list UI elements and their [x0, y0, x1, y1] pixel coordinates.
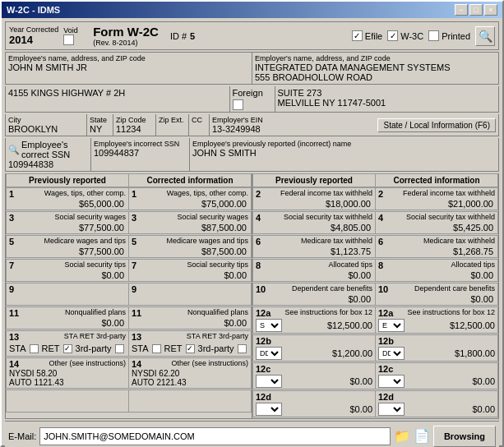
right-data-row: 8 Allocated tips$0.008 Allocated tips$0.…	[252, 259, 498, 283]
w3c-checkbox[interactable]: ✓	[387, 30, 398, 41]
form-header: Year Corrected 2014 Void Form W-2C (Rev.…	[5, 21, 499, 50]
employer-address3: MELVILLE NY 11747-5001	[278, 98, 497, 108]
right-data-row: 12b DD$1,200.0012b DD$1,800.00	[252, 334, 498, 362]
correct-ssn-box: 🔍 Employee's correct SSN 109944838	[5, 138, 91, 172]
close-button[interactable]: ×	[484, 4, 497, 16]
employer-address1: 555 BROADHOLLOW ROAD	[255, 72, 496, 82]
right-data-row: 12c $0.0012c $0.00	[252, 362, 498, 390]
grid-cell: 12d $0.00	[252, 390, 376, 417]
ein-box: Employer's EIN 13-3249948 State / Local …	[210, 114, 499, 136]
grid-cell: 14 Other (see instructions)NYSDI 58.20AU…	[6, 357, 129, 389]
grid-cell: 2 Federal income tax withheld$18,000.00	[252, 187, 376, 210]
foreign-label: Foreign	[233, 88, 272, 98]
grid-cell: 8 Allocated tips$0.00	[252, 259, 376, 282]
grid-cell: 6 Medicare tax withheld$1,268.75	[376, 235, 498, 258]
employer-section-label: Employer's name, address, and ZIP code	[255, 54, 496, 62]
city-ein-row: City BROOKLYN State NY Zip Code 11234 Zi…	[5, 114, 499, 136]
grid-cell: 3 Social security wages$77,500.00	[6, 211, 129, 234]
cc-box: CC	[189, 114, 210, 136]
prev-name-label: Employee's previously reported (incorrec…	[192, 140, 496, 148]
grid-cell: 12b DD$1,200.00	[252, 334, 376, 362]
search-button[interactable]: 🔍	[475, 26, 495, 46]
zipext-label: Zip Ext.	[159, 116, 186, 124]
right-data-row: 2 Federal income tax withheld$18,000.002…	[252, 187, 498, 211]
left-data-row: 5 Medicare wages and tips$77,500.005 Med…	[6, 235, 252, 259]
void-label: Void	[63, 26, 88, 35]
w3c-cb-item: ✓ W-3C	[387, 30, 423, 41]
search-icon: 🔍	[479, 30, 492, 43]
document-icon[interactable]: 📄	[414, 428, 430, 444]
left-data-row: 14 Other (see instructions)NYSDI 58.20AU…	[6, 357, 252, 389]
content-area: Year Corrected 2014 Void Form W-2C (Rev.…	[2, 18, 502, 447]
state-local-button[interactable]: State / Local Information (F6)	[377, 118, 496, 132]
id-value: 5	[190, 31, 195, 41]
year-label: Year Corrected	[9, 25, 58, 34]
right-data-rows: 2 Federal income tax withheld$18,000.002…	[252, 187, 498, 418]
right-data-row: 12d $0.0012d $0.00	[252, 390, 498, 418]
right-data-row: 10 Dependent care benefits$0.0010 Depend…	[252, 283, 498, 306]
grid-cell: 1 Wages, tips, other comp.$75,000.00	[129, 187, 252, 210]
correct-ssn-value: 109944838	[8, 159, 88, 169]
year-section: Year Corrected 2014	[9, 25, 58, 47]
grid-cell: 5 Medicare wages and tips$87,500.00	[129, 235, 252, 258]
email-input[interactable]	[39, 427, 391, 445]
cc-label: CC	[192, 116, 206, 124]
grid-cell: 13 STA RET 3rd-partySTARET✓3rd-party	[6, 330, 129, 357]
window-title: W-2C - IDMS	[7, 5, 60, 15]
w3c-label: W-3C	[400, 31, 423, 41]
address-foreign-row: 4155 KINGS HIGHWAY # 2H Foreign SUITE 27…	[5, 86, 499, 113]
efile-checkbox[interactable]: ✓	[352, 30, 363, 41]
void-checkbox[interactable]	[63, 35, 74, 45]
right-data-row: 12a See instructions for box 12S$12,500.…	[252, 306, 498, 334]
efile-label: Efile	[365, 31, 382, 41]
employer-address2-section: SUITE 273 MELVILLE NY 11747-5001	[275, 86, 500, 113]
left-data-rows: 1 Wages, tips, other comp.$65,000.001 Wa…	[6, 187, 252, 413]
left-data-row: 3 Social security wages$77,500.003 Socia…	[6, 211, 252, 235]
browsing-button[interactable]: Browsing	[433, 426, 496, 447]
grid-cell	[129, 389, 252, 412]
form-title-section: Form W-2C (Rev. 8-2014)	[93, 25, 159, 47]
foreign-checkbox[interactable]	[233, 99, 243, 110]
grid-cell: 1 Wages, tips, other comp.$65,000.00	[6, 187, 129, 210]
grid-cell: 2 Federal income tax withheld$21,000.00	[376, 187, 498, 210]
grid-cell	[6, 389, 129, 412]
header-corr-info-1: Corrected information	[129, 173, 252, 187]
title-bar-buttons: − □ ×	[455, 4, 497, 16]
grid-cell: 12b DD$1,800.00	[376, 334, 498, 362]
printed-checkbox[interactable]	[428, 30, 439, 41]
main-window: W-2C - IDMS − □ × Year Corrected 2014 Vo…	[0, 0, 504, 447]
employee-address: 4155 KINGS HIGHWAY # 2H	[8, 88, 227, 98]
grid-cell: 7 Social security tips$0.00	[129, 259, 252, 282]
city-value: BROOKLYN	[8, 124, 84, 134]
right-data-row: 4 Social security tax withheld$4,805.004…	[252, 211, 498, 235]
main-data-grid: Previously reported Corrected informatio…	[5, 173, 499, 419]
ein-section: Employer's EIN 13-3249948	[212, 116, 263, 134]
employee-section-label: Employee's name, address, and ZIP code	[8, 54, 249, 62]
foreign-section: Foreign	[230, 86, 275, 113]
state-label: State	[90, 116, 110, 124]
year-value: 2014	[9, 34, 58, 46]
maximize-button[interactable]: □	[469, 4, 483, 16]
grid-cell: 8 Allocated tips$0.00	[376, 259, 498, 282]
grid-cell: 12d $0.00	[376, 390, 498, 417]
minimize-button[interactable]: −	[455, 4, 468, 16]
employee-section: Employee's name, address, and ZIP code J…	[5, 52, 252, 85]
grid-cell: 12c $0.00	[376, 362, 498, 389]
ssn-row: 🔍 Employee's correct SSN 109944838 Emplo…	[5, 138, 499, 172]
grid-cell: 6 Medicare tax withheld$1,123.75	[252, 235, 376, 258]
grid-cell: 7 Social security tips$0.00	[6, 259, 129, 282]
zip-value: 11234	[116, 124, 153, 134]
folder-icon[interactable]: 📁	[394, 428, 410, 444]
incorrect-ssn-box: Employee's incorrect SSN 109944837	[91, 138, 190, 172]
bottom-bar: E-Mail: 📁 📄 Browsing	[5, 421, 499, 447]
id-section: ID # 5	[170, 25, 195, 47]
void-section: Void	[63, 25, 88, 47]
printed-cb-item: Printed	[428, 30, 470, 41]
id-label: ID #	[170, 31, 187, 41]
ein-label: Employer's EIN	[212, 116, 263, 124]
state-box: State NY	[87, 114, 113, 136]
checkboxes-section: ✓ Efile ✓ W-3C Printed 🔍	[352, 25, 495, 47]
efile-cb-item: ✓ Efile	[352, 30, 382, 41]
employer-name: INTEGRATED DATA MANAGEMENT SYSTEMS	[255, 62, 496, 72]
state-value: NY	[90, 124, 110, 134]
